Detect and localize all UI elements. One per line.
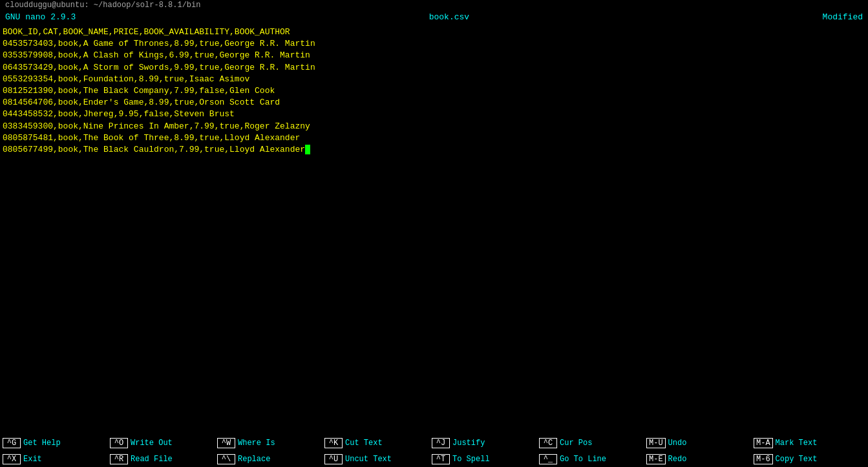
modified-status: Modified — [823, 12, 863, 22]
shortcut-label-12: To Spell — [452, 455, 490, 464]
title-bar: cloudduggu@ubuntu: ~/hadoop/solr-8.8.1/b… — [0, 0, 868, 10]
shortcut-key-14: M-E — [646, 454, 666, 464]
shortcut-item-10[interactable]: ^\Replace — [215, 451, 322, 467]
shortcut-item-9[interactable]: ^RRead File — [107, 451, 215, 467]
shortcut-key-4: ^J — [432, 438, 450, 448]
shortcut-label-10: Replace — [238, 455, 270, 464]
shortcut-key-6: M-U — [646, 438, 666, 448]
shortcut-label-9: Read File — [131, 455, 173, 464]
shortcut-item-1[interactable]: ^OWrite Out — [107, 435, 215, 451]
title-text: cloudduggu@ubuntu: ~/hadoop/solr-8.8.1/b… — [5, 1, 200, 10]
nano-header: GNU nano 2.9.3 book.csv Modified — [0, 10, 868, 24]
filename: book.csv — [429, 12, 469, 22]
shortcut-key-12: ^T — [432, 454, 450, 464]
shortcut-item-8[interactable]: ^XExit — [0, 451, 107, 467]
shortcut-key-13: ^_ — [539, 454, 557, 464]
shortcut-label-11: Uncut Text — [345, 455, 392, 464]
shortcut-item-4[interactable]: ^JJustify — [429, 435, 536, 451]
shortcut-label-13: Go To Line — [560, 455, 606, 464]
shortcut-item-0[interactable]: ^GGet Help — [0, 435, 107, 451]
shortcut-item-14[interactable]: M-ERedo — [644, 451, 751, 467]
text-cursor — [305, 145, 310, 154]
shortcut-label-4: Justify — [452, 439, 485, 448]
shortcut-item-2[interactable]: ^WWhere Is — [215, 435, 322, 451]
shortcut-key-7: M-A — [754, 438, 773, 448]
nano-version: GNU nano 2.9.3 — [5, 12, 76, 22]
shortcut-label-7: Mark Text — [776, 439, 818, 448]
shortcut-item-13[interactable]: ^_Go To Line — [536, 451, 644, 467]
shortcut-label-15: Copy Text — [776, 455, 818, 464]
shortcut-label-0: Get Help — [23, 439, 61, 448]
shortcut-item-3[interactable]: ^KCut Text — [322, 435, 429, 451]
shortcut-item-15[interactable]: M-6Copy Text — [751, 451, 858, 467]
shortcut-item-5[interactable]: ^CCur Pos — [536, 435, 644, 451]
shortcut-item-6[interactable]: M-UUndo — [644, 435, 751, 451]
shortcut-item-12[interactable]: ^TTo Spell — [429, 451, 536, 467]
shortcut-key-3: ^K — [324, 438, 343, 448]
shortcut-key-10: ^\ — [217, 454, 235, 464]
shortcut-key-9: ^R — [110, 454, 128, 464]
shortcut-label-5: Cur Pos — [560, 439, 592, 448]
shortcut-key-0: ^G — [3, 438, 21, 448]
shortcut-key-11: ^U — [324, 454, 343, 464]
shortcut-key-2: ^W — [217, 438, 235, 448]
editor-area[interactable]: BOOK_ID,CAT,BOOK_NAME,PRICE,BOOK_AVAILAB… — [0, 24, 868, 420]
shortcut-key-8: ^X — [3, 454, 21, 464]
footer: ^GGet Help^OWrite Out^WWhere Is^KCut Tex… — [0, 435, 868, 467]
shortcut-label-2: Where Is — [238, 439, 275, 448]
shortcut-item-7[interactable]: M-AMark Text — [751, 435, 858, 451]
shortcut-label-8: Exit — [23, 455, 42, 464]
shortcut-label-1: Write Out — [131, 439, 173, 448]
shortcut-label-3: Cut Text — [345, 439, 383, 448]
shortcut-key-15: M-6 — [754, 454, 773, 464]
shortcut-label-6: Undo — [668, 439, 687, 448]
shortcut-key-5: ^C — [539, 438, 557, 448]
shortcut-key-1: ^O — [110, 438, 128, 448]
shortcut-label-14: Redo — [668, 455, 687, 464]
shortcut-item-11[interactable]: ^UUncut Text — [322, 451, 429, 467]
